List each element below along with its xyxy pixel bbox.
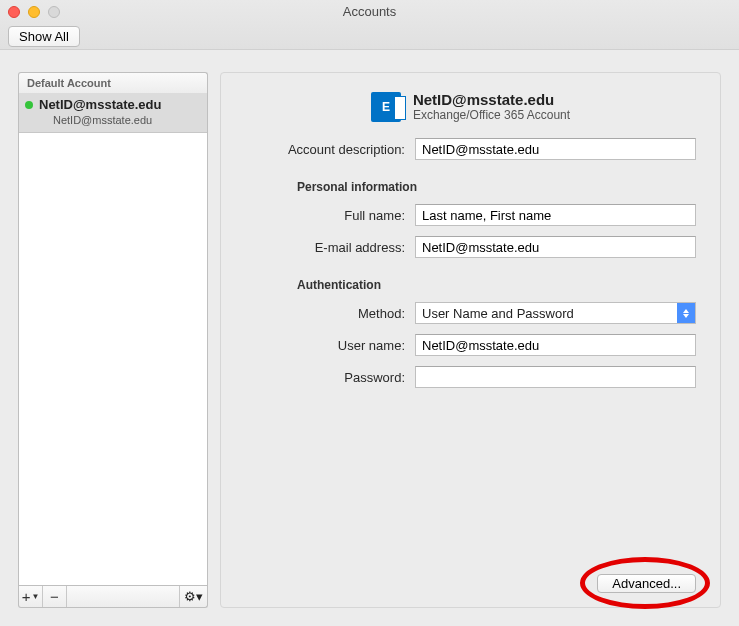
exchange-icon: E [371, 92, 401, 122]
password-input[interactable] [415, 366, 696, 388]
exchange-icon-label: E [382, 100, 390, 114]
email-label: E-mail address: [245, 240, 415, 255]
account-description-input[interactable] [415, 138, 696, 160]
zoom-window-icon [48, 6, 60, 18]
account-item-sub: NetID@msstate.edu [25, 114, 201, 126]
close-window-icon[interactable] [8, 6, 20, 18]
add-account-button[interactable]: +▼ [19, 586, 43, 607]
gear-icon: ⚙︎▾ [184, 589, 203, 604]
authentication-header: Authentication [297, 278, 696, 292]
show-all-button[interactable]: Show All [8, 26, 80, 47]
password-label: Password: [245, 370, 415, 385]
method-value: User Name and Password [422, 306, 574, 321]
user-name-label: User name: [245, 338, 415, 353]
plus-icon: + [22, 588, 31, 605]
account-actions-button[interactable]: ⚙︎▾ [179, 586, 207, 607]
method-select[interactable]: User Name and Password [415, 302, 696, 324]
select-arrow-icon [677, 303, 695, 323]
full-name-input[interactable] [415, 204, 696, 226]
advanced-button[interactable]: Advanced... [597, 574, 696, 593]
footer-spacer [67, 586, 179, 607]
email-input[interactable] [415, 236, 696, 258]
method-label: Method: [245, 306, 415, 321]
account-item-name: NetID@msstate.edu [39, 97, 161, 112]
account-detail-panel: E NetID@msstate.edu Exchange/Office 365 … [220, 72, 721, 608]
account-list-item[interactable]: NetID@msstate.edu NetID@msstate.edu [19, 93, 207, 133]
window-title: Accounts [0, 0, 739, 19]
sidebar-header: Default Account [18, 72, 208, 93]
personal-info-header: Personal information [297, 180, 696, 194]
account-description-label: Account description: [245, 142, 415, 157]
sidebar-list[interactable]: NetID@msstate.edu NetID@msstate.edu [18, 93, 208, 586]
account-subtitle: Exchange/Office 365 Account [413, 108, 570, 122]
user-name-input[interactable] [415, 334, 696, 356]
full-name-label: Full name: [245, 208, 415, 223]
minimize-window-icon[interactable] [28, 6, 40, 18]
account-title: NetID@msstate.edu [413, 91, 570, 108]
status-online-icon [25, 101, 33, 109]
chevron-down-icon: ▼ [31, 592, 39, 601]
accounts-sidebar: Default Account NetID@msstate.edu NetID@… [18, 72, 208, 608]
remove-account-button[interactable]: − [43, 586, 67, 607]
